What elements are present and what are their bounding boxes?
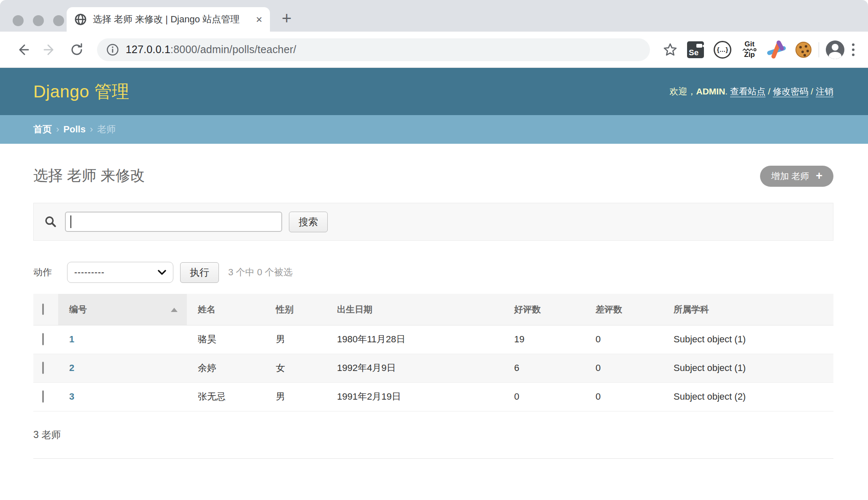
logout-link[interactable]: 注销 [816, 86, 833, 96]
cell-birthdate: 1992年4月9日 [326, 354, 503, 382]
site-info-icon[interactable] [106, 43, 119, 56]
table-row: 1 骆昊 男 1980年11月28日 19 0 Subject object (… [33, 325, 833, 354]
row-checkbox[interactable] [42, 362, 44, 374]
camera-icon [696, 44, 702, 48]
row-checkbox[interactable] [42, 333, 44, 345]
address-bar[interactable]: 127.0.0.1:8000/admin/polls/teacher/ [97, 38, 650, 61]
selenium-extension-icon[interactable]: Se [686, 40, 705, 59]
actions-row: 动作 --------- 执行 3 个中 0 个被选 [33, 262, 833, 283]
row-id-link[interactable]: 3 [69, 391, 74, 402]
gitzip-extension-icon[interactable]: GitZip [740, 40, 759, 59]
add-teacher-button[interactable]: 增加 老师+ [760, 166, 833, 187]
extensions-row: Se {…} GitZip [686, 40, 813, 59]
new-tab-button[interactable]: + [282, 10, 291, 27]
zoom-window-button[interactable] [53, 15, 64, 26]
traffic-lights [13, 15, 64, 26]
column-header-name[interactable]: 姓名 [187, 294, 265, 325]
cell-subject: Subject object (2) [663, 382, 833, 411]
row-checkbox[interactable] [42, 390, 44, 403]
column-header-birthdate[interactable]: 出生日期 [326, 294, 503, 325]
column-header-subject[interactable]: 所属学科 [663, 294, 833, 325]
cell-gender: 女 [265, 354, 326, 382]
action-select[interactable]: --------- [67, 262, 173, 283]
result-count: 3 老师 [33, 428, 833, 441]
browser-tab[interactable]: 选择 老师 来修改 | Django 站点管理 × [67, 7, 270, 32]
globe-favicon-icon [74, 13, 87, 26]
breadcrumb: 首页 › Polls › 老师 [0, 115, 868, 144]
search-bar: 搜索 [33, 203, 833, 241]
cell-good-count: 19 [503, 325, 585, 354]
column-header-good-count[interactable]: 好评数 [503, 294, 585, 325]
view-site-link[interactable]: 查看站点 [730, 86, 766, 96]
bookmark-star-icon[interactable] [660, 40, 680, 60]
reload-button[interactable] [67, 40, 87, 60]
cell-birthdate: 1991年2月19日 [326, 382, 503, 411]
tab-strip: 选择 老师 来修改 | Django 站点管理 × + [0, 0, 868, 32]
table-row: 3 张无忌 男 1991年2月19日 0 0 Subject object (2… [33, 382, 833, 411]
sort-ascending-icon[interactable] [171, 308, 178, 312]
minimize-window-button[interactable] [33, 15, 44, 26]
breadcrumb-separator: › [56, 124, 59, 135]
forward-button[interactable] [40, 40, 60, 60]
user-tools: 欢迎，ADMIN. 查看站点 / 修改密码 / 注销 [669, 86, 833, 97]
cell-good-count: 0 [503, 382, 585, 411]
change-password-link[interactable]: 修改密码 [773, 86, 808, 96]
column-header-id[interactable]: 编号 [58, 294, 187, 325]
cell-bad-count: 0 [585, 325, 663, 354]
json-viewer-extension-icon[interactable]: {…} [713, 40, 732, 59]
cell-good-count: 6 [503, 354, 585, 382]
breadcrumb-separator: › [90, 124, 93, 135]
cookie-extension-icon[interactable] [794, 40, 813, 59]
close-window-button[interactable] [13, 15, 24, 26]
select-all-checkbox[interactable] [42, 304, 44, 315]
username: ADMIN [696, 86, 725, 96]
search-input[interactable] [65, 212, 282, 232]
profile-avatar[interactable] [826, 40, 844, 59]
breadcrumb-app-link[interactable]: Polls [63, 124, 86, 135]
separator: / [766, 86, 773, 96]
result-table: 编号 姓名 性别 出生日期 好评数 差评数 所属学科 1 骆昊 男 1980年1… [33, 294, 833, 411]
selection-counter: 3 个中 0 个被选 [228, 266, 293, 279]
tab-close-icon[interactable]: × [256, 14, 262, 25]
gitzip-top-label: Git [744, 41, 755, 48]
text-caret [70, 215, 71, 228]
welcome-text: 欢迎， [669, 86, 696, 96]
site-branding[interactable]: Django 管理 [33, 80, 129, 103]
action-select-value: --------- [74, 267, 105, 277]
column-header-bad-count[interactable]: 差评数 [585, 294, 663, 325]
cell-bad-count: 0 [585, 382, 663, 411]
add-button-label: 增加 老师 [771, 170, 809, 182]
toolbar-divider [819, 42, 819, 57]
cell-gender: 男 [265, 382, 326, 411]
asterisk-extension-icon[interactable] [767, 40, 786, 59]
cell-birthdate: 1980年11月28日 [326, 325, 503, 354]
selenium-label: Se [689, 48, 698, 57]
browser-toolbar: 127.0.0.1:8000/admin/polls/teacher/ Se {… [0, 32, 868, 68]
actions-label: 动作 [33, 266, 52, 279]
bottom-divider [33, 458, 833, 459]
braces-label: {…} [714, 41, 731, 59]
column-header-gender[interactable]: 性别 [265, 294, 326, 325]
breadcrumb-home-link[interactable]: 首页 [33, 123, 52, 136]
url-text: 127.0.0.1:8000/admin/polls/teacher/ [126, 43, 297, 56]
cell-name: 张无忌 [187, 382, 265, 411]
breadcrumb-current: 老师 [97, 123, 116, 136]
separator: / [808, 86, 816, 96]
period-text: . [725, 86, 730, 96]
url-path: :8000/admin/polls/teacher/ [170, 43, 296, 55]
row-id-link[interactable]: 1 [69, 334, 74, 344]
cell-gender: 男 [265, 325, 326, 354]
table-row: 2 余婷 女 1992年4月9日 6 0 Subject object (1) [33, 354, 833, 382]
cell-subject: Subject object (1) [663, 354, 833, 382]
browser-menu-icon[interactable] [852, 43, 855, 56]
cell-subject: Subject object (1) [663, 325, 833, 354]
table-header-row: 编号 姓名 性别 出生日期 好评数 差评数 所属学科 [33, 294, 833, 325]
changelist-content: 选择 老师 来修改 增加 老师+ 搜索 动作 --------- 执行 3 个中… [0, 166, 868, 459]
back-button[interactable] [13, 40, 33, 60]
plus-icon: + [816, 170, 822, 182]
row-id-link[interactable]: 2 [69, 363, 74, 373]
execute-button[interactable]: 执行 [180, 262, 219, 283]
search-icon [44, 215, 57, 228]
search-button[interactable]: 搜索 [289, 212, 328, 232]
browser-window: 选择 老师 来修改 | Django 站点管理 × + 127.0.0.1:80… [0, 0, 868, 500]
